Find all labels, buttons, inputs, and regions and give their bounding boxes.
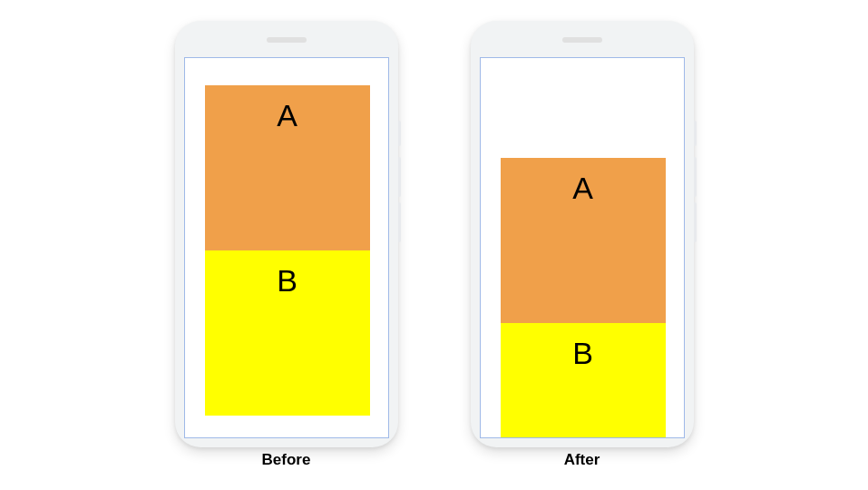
- screen-viewport: A B: [184, 57, 389, 438]
- caption-after: After: [471, 451, 694, 469]
- block-a: A: [501, 158, 666, 323]
- side-button-icon: [398, 202, 401, 242]
- caption-before: Before: [175, 451, 398, 469]
- block-a: A: [205, 85, 370, 250]
- side-button-icon: [694, 202, 697, 242]
- side-button-icon: [398, 121, 401, 146]
- side-button-icon: [398, 157, 401, 197]
- phone-frame: A B: [471, 21, 694, 447]
- speaker-slot: [267, 37, 307, 43]
- phone-after: A B After: [471, 21, 694, 469]
- speaker-slot: [562, 37, 602, 43]
- side-button-icon: [694, 121, 697, 146]
- side-button-icon: [694, 157, 697, 197]
- phone-frame: A B: [175, 21, 398, 447]
- block-b: B: [501, 323, 666, 438]
- phone-before: A B Before: [175, 21, 398, 469]
- block-b: B: [205, 250, 370, 416]
- screen-viewport: A B: [480, 57, 685, 438]
